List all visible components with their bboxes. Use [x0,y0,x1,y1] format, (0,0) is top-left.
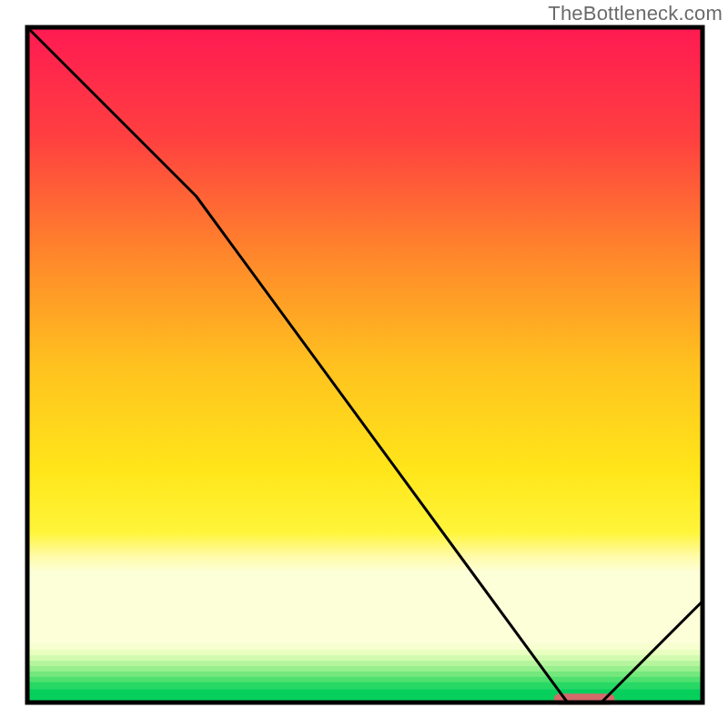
chart-background-band [27,682,703,690]
chart-background-band [27,666,703,672]
chart-background-band [27,650,703,655]
bottleneck-chart [0,0,728,728]
chart-background-band [27,661,703,666]
watermark-text: TheBottleneck.com [548,2,723,25]
chart-background-band [27,655,703,661]
chart-background-band [27,677,703,682]
chart-background-band [27,643,703,651]
chart-background-band [27,672,703,677]
chart-container: TheBottleneck.com [0,0,728,728]
chart-background-gradient [27,27,703,643]
